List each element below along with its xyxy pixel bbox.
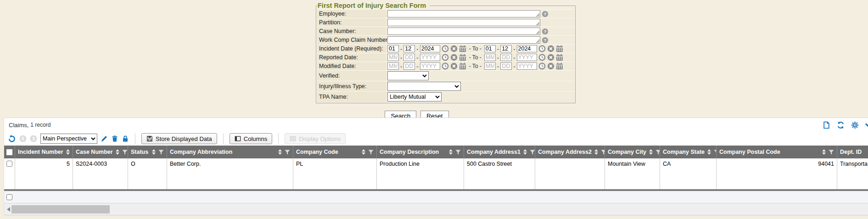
modified-to-dd[interactable] (500, 62, 512, 70)
filter-funnel-icon[interactable] (455, 150, 461, 155)
clear-date-icon[interactable] (450, 54, 458, 61)
column-header[interactable]: Company Postal Code (717, 146, 837, 158)
work-comp-input[interactable] (387, 36, 540, 44)
filter-funnel-icon[interactable] (158, 150, 164, 155)
sort-icon[interactable] (649, 149, 653, 155)
sort-icon[interactable] (116, 149, 119, 155)
sort-icon[interactable] (66, 149, 70, 155)
partition-input[interactable] (387, 19, 540, 26)
column-header-label: Company Address1 (467, 149, 521, 155)
calendar-icon[interactable] (556, 62, 563, 70)
sort-icon[interactable] (523, 149, 527, 155)
calendar-icon[interactable] (459, 54, 466, 61)
horizontal-scrollbar[interactable] (4, 203, 868, 215)
undo-icon[interactable] (7, 135, 16, 143)
lock-icon[interactable] (122, 135, 129, 142)
sort-icon[interactable] (707, 149, 711, 155)
clear-date-icon[interactable] (547, 45, 554, 52)
verified-select[interactable] (387, 71, 429, 80)
modified-to-mm[interactable] (484, 62, 496, 70)
employee-input[interactable] (387, 10, 540, 17)
time-icon[interactable] (538, 45, 546, 52)
column-header[interactable]: Company Description (377, 146, 464, 158)
column-header[interactable]: Company Code (293, 146, 377, 158)
column-header[interactable]: Company Address1 (464, 146, 535, 158)
reported-to-yyyy[interactable] (517, 54, 537, 61)
sort-icon[interactable] (362, 149, 365, 155)
time-icon[interactable] (442, 54, 449, 61)
filter-funnel-icon[interactable] (122, 150, 128, 155)
select-all-checkbox[interactable] (4, 146, 15, 158)
tpa-name-row: TPA Name: Liberty Mutual (317, 91, 574, 102)
refresh-icon[interactable] (837, 121, 845, 129)
sort-icon[interactable] (594, 149, 598, 155)
filter-funnel-icon[interactable] (601, 150, 605, 155)
help-icon[interactable] (542, 37, 549, 44)
scrollbar-thumb[interactable] (11, 205, 110, 213)
column-header[interactable]: Company State (660, 146, 717, 158)
help-icon[interactable] (542, 11, 549, 17)
calendar-icon[interactable] (556, 45, 563, 52)
reported-from-yyyy[interactable] (420, 54, 440, 61)
filter-funnel-icon[interactable] (285, 150, 290, 155)
table-row[interactable]: 5S2024-0003OBetter Corp.PLProduction Lin… (4, 158, 868, 189)
column-header[interactable]: Company Abbreviation (167, 146, 293, 158)
delete-trash-icon[interactable] (111, 135, 118, 142)
reported-to-dd[interactable] (500, 54, 512, 61)
clear-date-icon[interactable] (450, 62, 458, 70)
modified-to-yyyy[interactable] (517, 62, 537, 70)
columns-button[interactable]: Columns (230, 133, 272, 144)
store-displayed-data-button[interactable]: Store Displayed Data (141, 133, 217, 144)
reported-from-mm[interactable] (387, 54, 399, 61)
modified-from-yyyy[interactable] (420, 62, 440, 70)
perspective-select[interactable]: Main Perspective (40, 134, 97, 144)
clear-date-icon[interactable] (547, 54, 554, 61)
incident-to-dd[interactable] (500, 45, 512, 52)
grid-toolbar: Main Perspective Store Displayed Data Co… (4, 132, 868, 146)
case-number-input[interactable] (387, 28, 540, 35)
clear-date-icon[interactable] (547, 62, 554, 70)
modified-from-mm[interactable] (387, 62, 399, 70)
column-header-label: Dept. ID (840, 149, 862, 155)
reported-to-mm[interactable] (484, 54, 496, 61)
incident-from-yyyy[interactable] (420, 45, 440, 52)
sort-icon[interactable] (278, 149, 282, 155)
sort-icon[interactable] (152, 149, 156, 155)
calendar-icon[interactable] (556, 54, 563, 61)
column-header[interactable]: Incident Number (15, 146, 73, 158)
filter-funnel-icon[interactable] (655, 150, 660, 155)
modified-from-dd[interactable] (403, 62, 415, 70)
help-icon[interactable] (542, 28, 549, 35)
filter-funnel-icon[interactable] (530, 150, 535, 155)
calendar-icon[interactable] (459, 45, 466, 52)
footer-checkbox[interactable] (6, 194, 12, 200)
column-header[interactable]: Case Number (73, 146, 128, 158)
incident-from-dd[interactable] (403, 45, 415, 52)
scroll-left-arrow-icon[interactable] (7, 207, 10, 212)
column-header[interactable]: Company Address2 (535, 146, 605, 158)
injury-type-select[interactable] (387, 82, 461, 91)
filter-funnel-icon[interactable] (829, 150, 834, 155)
sort-icon[interactable] (822, 149, 826, 155)
time-icon[interactable] (538, 62, 546, 70)
time-icon[interactable] (442, 62, 449, 70)
time-icon[interactable] (442, 45, 449, 52)
column-header[interactable]: Company City (605, 146, 660, 158)
tpa-name-select[interactable]: Liberty Mutual (387, 92, 442, 101)
settings-gear-icon[interactable] (851, 121, 859, 129)
incident-to-yyyy[interactable] (517, 45, 537, 52)
edit-pencil-icon[interactable] (101, 135, 108, 142)
clear-date-icon[interactable] (450, 45, 458, 52)
incident-to-mm[interactable] (484, 45, 496, 52)
reported-from-dd[interactable] (403, 54, 415, 61)
time-icon[interactable] (538, 54, 546, 61)
column-header[interactable]: Dept. ID (837, 146, 868, 158)
incident-from-mm[interactable] (387, 45, 399, 52)
row-checkbox[interactable] (6, 161, 12, 167)
sort-icon[interactable] (449, 149, 453, 155)
calendar-icon[interactable] (459, 62, 466, 70)
filter-funnel-icon[interactable] (368, 150, 374, 155)
new-document-icon[interactable] (823, 121, 830, 129)
chevron-down-icon[interactable] (865, 120, 868, 128)
column-header[interactable]: Status (128, 146, 167, 158)
